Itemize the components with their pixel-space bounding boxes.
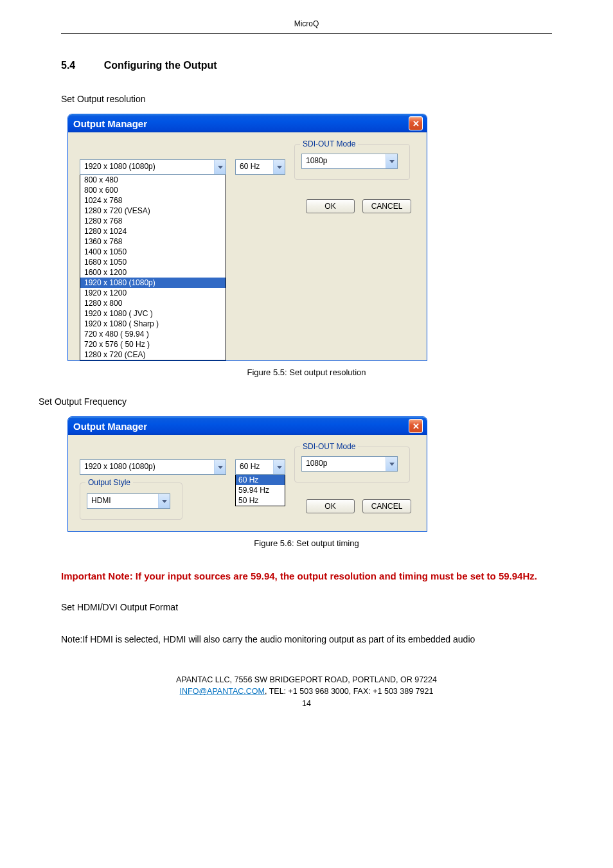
set-resolution-text: Set Output resolution (61, 94, 552, 104)
close-button[interactable]: ✕ (409, 419, 423, 433)
sdi-out-fieldset: SDI-OUT Mode 1080p (294, 447, 410, 483)
set-hdmi-text: Set HDMI/DVI Output Format (61, 602, 552, 612)
cancel-button[interactable]: CANCEL (362, 199, 411, 213)
resolution-option[interactable]: 1024 x 768 (80, 195, 226, 206)
resolution-option[interactable]: 1600 x 1200 (80, 267, 226, 278)
note-hdmi-text: Note:If HDMI is selected, HDMI will also… (61, 630, 552, 648)
footer-contact: , TEL: +1 503 968 3000, FAX: +1 503 389 … (265, 687, 433, 696)
resolution-combo[interactable]: 1920 x 1080 (1080p) (80, 459, 226, 475)
resolution-option[interactable]: 1280 x 720 (CEA) (80, 350, 226, 360)
frequency-listbox[interactable]: 60 Hz59.94 Hz50 Hz (235, 475, 285, 506)
chevron-down-icon (214, 160, 226, 174)
chevron-down-icon (273, 460, 285, 474)
footer-email-link[interactable]: INFO@APANTAC.COM (180, 687, 265, 696)
footer-address: APANTAC LLC, 7556 SW BRIDGEPORT ROAD, PO… (61, 674, 552, 686)
frequency-option[interactable]: 50 Hz (236, 495, 285, 506)
sdi-out-label: SDI-OUT Mode (300, 139, 358, 148)
sdi-mode-value: 1080p (302, 457, 386, 471)
resolution-option[interactable]: 1920 x 1080 ( JVC ) (80, 308, 226, 319)
frequency-option[interactable]: 60 Hz (236, 475, 285, 485)
close-icon: ✕ (413, 119, 420, 128)
chevron-down-icon (158, 494, 170, 508)
resolution-value: 1920 x 1080 (1080p) (80, 460, 214, 474)
sdi-out-fieldset: SDI-OUT Mode 1080p (294, 144, 410, 180)
resolution-option[interactable]: 1400 x 1050 (80, 247, 226, 257)
resolution-option[interactable]: 720 x 576 ( 50 Hz ) (80, 339, 226, 350)
chevron-down-icon (386, 154, 397, 168)
resolution-option[interactable]: 1920 x 1080 ( Sharp ) (80, 319, 226, 329)
resolution-option[interactable]: 1280 x 720 (VESA) (80, 206, 226, 216)
frequency-combo[interactable]: 60 Hz (235, 459, 285, 475)
dialog-title: Output Manager (73, 118, 147, 129)
resolution-option[interactable]: 1280 x 768 (80, 216, 226, 226)
figure-caption-2: Figure 5.6: Set output timing (61, 538, 552, 548)
sdi-mode-value: 1080p (302, 154, 386, 168)
set-frequency-text: Set Output Frequency (39, 396, 552, 407)
sdi-out-label: SDI-OUT Mode (300, 442, 358, 451)
ok-button[interactable]: OK (306, 499, 355, 513)
output-style-combo[interactable]: HDMI (87, 493, 170, 509)
section-title: Configuring the Output (104, 60, 217, 71)
resolution-option[interactable]: 1920 x 1200 (80, 288, 226, 298)
section-number: 5.4 (61, 60, 75, 71)
resolution-option[interactable]: 1280 x 800 (80, 298, 226, 308)
resolution-option[interactable]: 1920 x 1080 (1080p) (80, 278, 226, 288)
resolution-combo[interactable]: 1920 x 1080 (1080p) (80, 159, 226, 175)
resolution-option[interactable]: 800 x 480 (80, 175, 226, 185)
dialog-titlebar: Output Manager ✕ (68, 114, 427, 132)
output-manager-dialog-2: Output Manager ✕ 1920 x 1080 (1080p) Out… (67, 416, 427, 532)
chevron-down-icon (273, 160, 285, 174)
ok-button[interactable]: OK (306, 199, 355, 213)
dialog-title: Output Manager (73, 421, 147, 432)
resolution-value: 1920 x 1080 (1080p) (80, 160, 214, 174)
output-style-fieldset: Output Style HDMI (80, 483, 182, 520)
chevron-down-icon (386, 457, 397, 471)
sdi-mode-combo[interactable]: 1080p (301, 154, 398, 169)
output-manager-dialog-1: Output Manager ✕ 1920 x 1080 (1080p) 800… (67, 114, 427, 361)
resolution-option[interactable]: 800 x 600 (80, 185, 226, 195)
cancel-button[interactable]: CANCEL (362, 499, 411, 513)
output-style-label: Output Style (85, 478, 133, 487)
sdi-mode-combo[interactable]: 1080p (301, 456, 398, 472)
frequency-value: 60 Hz (236, 460, 273, 474)
frequency-combo[interactable]: 60 Hz (235, 159, 285, 175)
frequency-option[interactable]: 59.94 Hz (236, 485, 285, 495)
resolution-listbox[interactable]: 800 x 480800 x 6001024 x 7681280 x 720 (… (80, 175, 226, 360)
figure-caption-1: Figure 5.5: Set output resolution (61, 368, 552, 377)
output-style-value: HDMI (87, 494, 158, 508)
chevron-down-icon (214, 460, 226, 474)
page-number: 14 (61, 698, 552, 710)
section-heading: 5.4 Configuring the Output (61, 60, 552, 71)
dialog-titlebar: Output Manager ✕ (68, 417, 427, 435)
resolution-option[interactable]: 1360 x 768 (80, 236, 226, 247)
close-button[interactable]: ✕ (409, 116, 423, 130)
frequency-value: 60 Hz (236, 160, 273, 174)
important-note: Important Note: If your input sources ar… (61, 567, 552, 586)
resolution-option[interactable]: 1280 x 1024 (80, 226, 226, 236)
close-icon: ✕ (413, 421, 420, 431)
resolution-option[interactable]: 1680 x 1050 (80, 257, 226, 267)
page-header: MicroQ (61, 19, 552, 34)
page-footer: APANTAC LLC, 7556 SW BRIDGEPORT ROAD, PO… (61, 674, 552, 710)
resolution-option[interactable]: 720 x 480 ( 59.94 ) (80, 329, 226, 339)
product-name: MicroQ (294, 19, 319, 28)
